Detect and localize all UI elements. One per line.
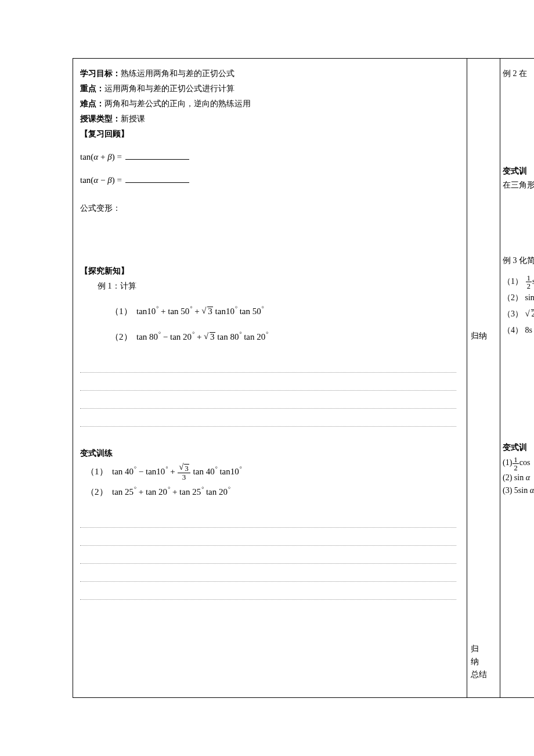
example-1-item-1: （1） tan10° + tan 50° + 3 tan10° tan 50° — [110, 301, 456, 319]
main-column: 学习目标：熟练运用两角和与差的正切公式 重点：运用两角和与差的正切公式进行计算 … — [73, 59, 467, 697]
dotted-line — [80, 546, 456, 564]
formula-text: sin α — [512, 473, 530, 482]
dotted-line — [80, 510, 456, 528]
page-frame: 学习目标：熟练运用两角和与差的正切公式 重点：运用两角和与差的正切公式进行计算 … — [73, 58, 534, 698]
right-item-2: （2） sin — [503, 290, 534, 306]
sidebar-label-summary: 归纳 — [471, 330, 487, 342]
focus-text: 运用两角和与差的正切公式进行计算 — [104, 84, 234, 93]
right-b-item-3: (3) 5sin α — [503, 484, 534, 497]
item-prefix: （1） — [503, 277, 523, 286]
review-heading: 【复习回顾】 — [80, 127, 456, 141]
difficulty-line: 难点：两角和与差公式的正向，逆向的熟练运用 — [80, 97, 456, 111]
variant-heading-right: 变式训 — [503, 164, 534, 178]
lesson-type-label: 授课类型： — [80, 114, 121, 123]
item-prefix: （1） — [110, 307, 132, 316]
right-item-1: （1） 12s — [503, 273, 534, 290]
tan-sum-lhs: tan(α + β) = — [80, 152, 122, 161]
formula-text: tan 80° − tan 20° + 3 tan 80° tan 20° — [136, 332, 268, 341]
sqrt-symbol: 2 — [525, 306, 535, 322]
dotted-line — [80, 409, 456, 427]
learning-goal-line: 学习目标：熟练运用两角和与差的正切公式 — [80, 67, 456, 81]
item-prefix: （2） — [110, 332, 132, 341]
focus-line: 重点：运用两角和与差的正切公式进行计算 — [80, 82, 456, 96]
example-1-item-2: （2） tan 80° − tan 20° + 3 tan 80° tan 20… — [110, 327, 456, 344]
writing-lines — [80, 510, 456, 600]
variant-item-1: （1） tan 40° − tan10° + 33 tan 40° tan10° — [86, 462, 456, 481]
formula-text: 5sin α — [512, 486, 534, 495]
dotted-line — [80, 528, 456, 546]
explore-heading: 【探究新知】 — [80, 264, 456, 278]
dotted-line — [80, 373, 456, 391]
focus-label: 重点： — [80, 84, 104, 93]
item-prefix: (1) — [503, 458, 512, 467]
variant-heading: 变式训练 — [80, 447, 456, 460]
blank-fill — [125, 174, 189, 183]
lesson-type-line: 授课类型：新授课 — [80, 112, 456, 126]
blank-fill — [125, 151, 189, 160]
dotted-line — [80, 355, 456, 373]
right-text-triangle: 在三角形 — [503, 178, 534, 192]
dotted-line — [80, 564, 456, 582]
tan-diff-formula: tan(α − β) = — [80, 172, 456, 188]
example-3-label: 例 3 化简 — [503, 254, 534, 268]
fraction: 12 — [513, 456, 519, 471]
item-prefix: （4） — [503, 326, 523, 334]
difficulty-label: 难点： — [80, 99, 104, 108]
formula-text: tan 25° + tan 20° + tan 25° tan 20° — [112, 487, 230, 496]
tan-sum-formula: tan(α + β) = — [80, 149, 456, 164]
example-1-label: 例 1：计算 — [98, 279, 456, 293]
formula-text: tan 40° − tan10° + 33 tan 40° tan10° — [112, 467, 242, 476]
learning-goal-label: 学习目标： — [80, 69, 121, 78]
sidebar-column: 归纳 归 纳 总结 — [467, 59, 500, 697]
right-item-4: （4） 8s — [503, 322, 534, 339]
sidebar-label-conclusion: 归 纳 总结 — [471, 643, 500, 681]
item-prefix: (3) — [503, 486, 512, 495]
right-b-item-1: (1)12cos — [503, 455, 534, 471]
variant-item-2: （2） tan 25° + tan 20° + tan 25° tan 20° — [86, 482, 456, 499]
formula-transform-label: 公式变形： — [80, 201, 456, 215]
dotted-line — [80, 391, 456, 409]
item-prefix: （2） — [86, 487, 108, 496]
lesson-type-text: 新授课 — [121, 114, 145, 123]
difficulty-text: 两角和与差公式的正向，逆向的熟练运用 — [104, 99, 251, 108]
sidebar-label-line: 归 纳 — [471, 643, 500, 668]
formula-text: tan10° + tan 50° + 3 tan10° tan 50° — [136, 307, 264, 316]
writing-lines — [80, 355, 456, 427]
right-item-3: （3） 2 — [503, 306, 534, 322]
item-prefix: （2） — [503, 293, 523, 302]
formula-text: 8s — [525, 326, 532, 334]
tail-text: cos — [519, 458, 531, 467]
learning-goal-text: 熟练运用两角和与差的正切公式 — [121, 69, 234, 78]
tan-diff-lhs: tan(α − β) = — [80, 175, 122, 185]
variant-heading-right-2: 变式训 — [503, 441, 534, 455]
formula-text: sin — [525, 293, 535, 302]
sidebar-label-line: 总结 — [471, 668, 500, 681]
item-prefix: （1） — [86, 467, 108, 476]
right-cutoff-column: 例 2 在 变式训 在三角形 例 3 化简 （1） 12s （2） sin （3… — [500, 59, 534, 697]
example-2-label: 例 2 在 — [503, 67, 534, 81]
fraction: 12 — [526, 274, 532, 290]
item-prefix: (2) — [503, 473, 512, 482]
dotted-line — [80, 582, 456, 600]
right-b-item-2: (2) sin α — [503, 471, 534, 484]
item-prefix: （3） — [503, 309, 523, 318]
